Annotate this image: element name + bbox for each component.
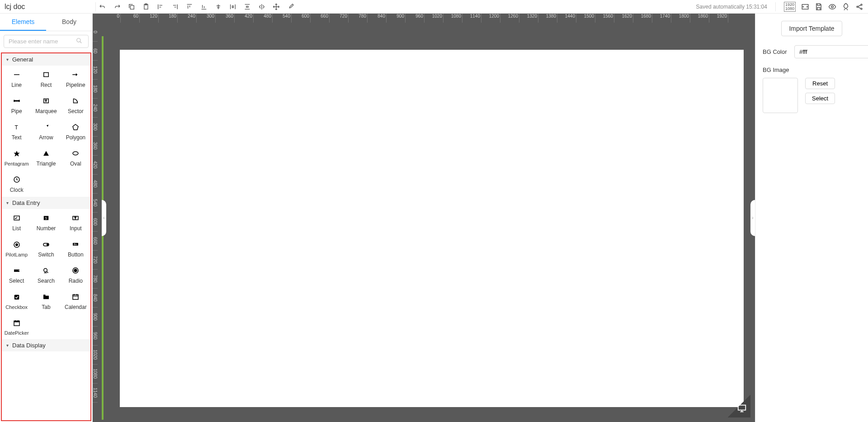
distribute-v-button[interactable]: [243, 3, 251, 11]
reset-button[interactable]: Reset: [805, 78, 835, 89]
canvas-area[interactable]: 0601201802403003604204805406006607207808…: [93, 14, 755, 422]
svg-text:Btn: Btn: [74, 243, 77, 246]
element-tab[interactable]: Tab: [31, 288, 61, 314]
flip-h-button[interactable]: [258, 3, 266, 11]
paste-button[interactable]: [142, 3, 150, 11]
select-button[interactable]: Select: [805, 93, 835, 104]
svg-rect-32: [14, 270, 19, 272]
copy-icon: [128, 3, 135, 10]
redo-icon: [113, 3, 121, 10]
distribute-v-icon: [244, 3, 251, 10]
svg-text:T: T: [75, 217, 76, 219]
element-switch[interactable]: Switch: [31, 235, 61, 261]
svg-rect-39: [43, 295, 46, 296]
number-icon: 5: [42, 213, 51, 223]
align-top-button[interactable]: [185, 3, 193, 11]
element-button[interactable]: BtnButton: [61, 235, 90, 261]
publish-button[interactable]: [842, 3, 850, 11]
align-right-button[interactable]: [171, 3, 179, 11]
save-button[interactable]: [815, 3, 823, 11]
collapse-left-handle[interactable]: ‹: [102, 200, 106, 236]
align-left-button[interactable]: [156, 3, 165, 11]
preview-button[interactable]: [828, 3, 836, 11]
svg-point-4: [831, 5, 834, 8]
toolbar-buttons: [99, 3, 295, 11]
element-line[interactable]: Line: [2, 66, 31, 92]
tab-elements[interactable]: Elemets: [0, 14, 46, 31]
align-bottom-button[interactable]: [200, 3, 208, 11]
group-data-entry[interactable]: ▾ Data Entry: [2, 197, 90, 209]
checkbox-icon: [12, 293, 21, 302]
element-search[interactable]: Search: [31, 261, 61, 288]
group-data-display[interactable]: ▾ Data Display: [2, 339, 90, 351]
tab-body[interactable]: Body: [46, 14, 92, 31]
svg-marker-17: [14, 151, 20, 156]
element-input[interactable]: TInput: [61, 209, 90, 235]
rect-icon: [42, 70, 51, 79]
element-datepicker[interactable]: DatePicker: [2, 314, 31, 339]
elements-list: ▾ General Line Rect Pipeline Pipe TMarqu…: [1, 52, 91, 421]
collapse-right-handle[interactable]: ›: [750, 200, 755, 236]
group-general[interactable]: ▾ General: [2, 53, 90, 66]
element-arrow[interactable]: Arrow: [31, 118, 61, 144]
element-triangle[interactable]: Triangle: [31, 144, 61, 171]
align-right-icon: [171, 3, 179, 10]
bg-color-input[interactable]: [794, 45, 868, 58]
dimension-badge[interactable]: 19201080: [784, 2, 796, 12]
element-pilotlamp[interactable]: PilotLamp: [2, 235, 31, 261]
svg-point-5: [857, 6, 858, 7]
svg-rect-9: [44, 73, 49, 77]
element-clock[interactable]: Clock: [2, 171, 31, 197]
canvas[interactable]: [120, 50, 744, 407]
redo-button[interactable]: [113, 3, 121, 11]
bg-image-buttons: Reset Select: [805, 78, 835, 104]
element-pentagram[interactable]: Pentagram: [2, 144, 31, 171]
fit-screen-button[interactable]: [801, 3, 809, 11]
chevron-down-icon: ▾: [6, 343, 9, 348]
separator: [775, 2, 776, 11]
element-select[interactable]: Select: [2, 261, 31, 288]
bg-image-label: BG Image: [763, 66, 861, 73]
element-list[interactable]: List: [2, 209, 31, 235]
svg-marker-18: [43, 151, 49, 156]
distribute-h-button[interactable]: [229, 3, 237, 11]
chevron-down-icon: ▾: [6, 57, 9, 62]
element-polygon[interactable]: Polygon: [61, 118, 90, 144]
element-text[interactable]: TText: [2, 118, 31, 144]
copy-button[interactable]: [127, 3, 136, 11]
element-checkbox[interactable]: Checkbox: [2, 288, 31, 314]
element-oval[interactable]: Oval: [61, 144, 90, 171]
fit-icon: [801, 3, 809, 11]
radio-icon: [71, 266, 80, 275]
undo-button[interactable]: [99, 3, 107, 11]
element-radio[interactable]: Radio: [61, 261, 90, 288]
element-sector[interactable]: Sector: [61, 92, 90, 118]
star-icon: [12, 149, 21, 158]
save-icon: [815, 3, 823, 11]
topbar-right: Saved automatically 15:31:04 19201080: [696, 2, 863, 12]
ruler-corner: [93, 14, 102, 23]
element-number[interactable]: 5Number: [31, 209, 61, 235]
main: Elemets Body ▾ General Line Rect Pipelin…: [0, 14, 868, 422]
element-pipe[interactable]: Pipe: [2, 92, 31, 118]
brush-button[interactable]: [287, 3, 295, 11]
search-element-icon: [42, 266, 51, 275]
element-marquee[interactable]: TMarquee: [31, 92, 61, 118]
move-button[interactable]: [272, 3, 280, 11]
ruler-vertical: 0601201802403003604204805406006607207808…: [93, 23, 102, 422]
svg-rect-43: [738, 405, 746, 410]
ruler-horizontal: 0601201802403003604204805406006607207808…: [102, 14, 755, 23]
svg-text:T: T: [45, 100, 47, 102]
share-button[interactable]: [855, 3, 863, 11]
polygon-icon: [71, 123, 80, 132]
text-icon: T: [12, 123, 21, 132]
distribute-h-icon: [229, 3, 236, 10]
topbar: lcj doc Saved automatically 15:31:04 192…: [0, 0, 868, 14]
align-left-icon: [157, 3, 164, 10]
element-pipeline[interactable]: Pipeline: [61, 66, 90, 92]
align-center-h-button[interactable]: [214, 3, 222, 11]
group-title: General: [12, 56, 33, 63]
element-calendar[interactable]: Calendar: [61, 288, 90, 314]
element-rect[interactable]: Rect: [31, 66, 61, 92]
import-template-button[interactable]: Import Template: [781, 21, 842, 36]
